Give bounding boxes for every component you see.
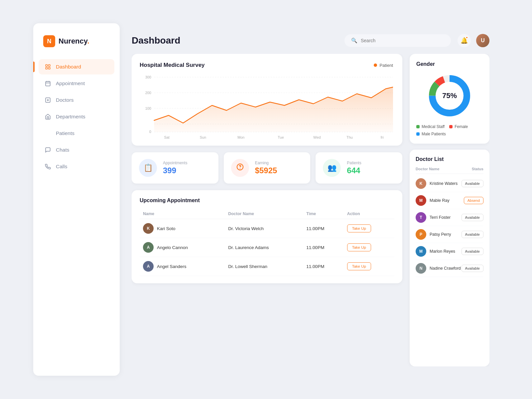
doctor-avatar: P bbox=[416, 229, 426, 240]
donut-percentage: 75% bbox=[442, 91, 457, 100]
legend-label: Female bbox=[455, 124, 468, 129]
gender-legend: Medical Staff Female Male Patients bbox=[416, 124, 483, 136]
doctor-row: K Kristine Waters Available bbox=[416, 175, 483, 192]
doctor-list-card: Doctor List Doctor Name Status K Kristin… bbox=[410, 150, 489, 366]
chart-legend: Patient bbox=[374, 63, 393, 68]
legend-color bbox=[416, 132, 420, 136]
doctor-col-status: Status bbox=[472, 167, 483, 171]
logo-icon: N bbox=[43, 35, 55, 47]
svg-text:100: 100 bbox=[145, 107, 151, 110]
col-time: Time bbox=[303, 209, 343, 219]
patients-value: 644 bbox=[347, 166, 361, 175]
status-badge[interactable]: Absend bbox=[464, 197, 483, 204]
main-content: Dashboard 🔍 🔔 U Hospital Medical S bbox=[120, 23, 499, 376]
doctor-row: N Nadine Crawford Available bbox=[416, 260, 483, 277]
doctor-avatar: M bbox=[416, 246, 426, 257]
table-row: A Angel Sanders Dr. Lowell Sherman 11.00… bbox=[140, 257, 394, 276]
chart-card: Hospital Medical Survey Patient bbox=[132, 54, 402, 146]
patient-avatar: A bbox=[143, 242, 154, 253]
take-up-button[interactable]: Take Up bbox=[347, 262, 371, 270]
appointments-icon-wrap: 📋 bbox=[139, 159, 157, 177]
take-up-button[interactable]: Take Up bbox=[347, 243, 371, 251]
time-cell: 11.00PM bbox=[303, 257, 343, 276]
doctor-row: M Mable Ray Absend bbox=[416, 192, 483, 209]
doctor-info: M Mable Ray bbox=[416, 195, 450, 206]
col-name: Name bbox=[140, 209, 225, 219]
col-doctor: Doctor Name bbox=[225, 209, 303, 219]
doctor-info: N Nadine Crawford bbox=[416, 263, 461, 274]
gender-title: Gender bbox=[416, 61, 483, 67]
svg-text:200: 200 bbox=[145, 91, 151, 95]
legend-color bbox=[449, 125, 453, 128]
sidebar-label-patients: Patients bbox=[56, 130, 74, 136]
status-badge[interactable]: Available bbox=[462, 180, 483, 187]
search-input[interactable] bbox=[361, 38, 427, 43]
notification-bell[interactable]: 🔔 bbox=[458, 34, 471, 47]
svg-text:Sat: Sat bbox=[164, 136, 169, 139]
header-actions: 🔔 U bbox=[458, 34, 489, 47]
sidebar-item-patients[interactable]: Patients bbox=[39, 126, 114, 141]
plus-square-icon bbox=[45, 97, 51, 103]
take-up-button[interactable]: Take Up bbox=[347, 224, 371, 232]
svg-rect-0 bbox=[46, 65, 47, 66]
content-row: Hospital Medical Survey Patient bbox=[132, 54, 489, 366]
table-row: A Angelo Cannon Dr. Laurence Adams 11.00… bbox=[140, 238, 394, 257]
doctor-info: M Marlon Reyes bbox=[416, 246, 455, 257]
time-cell: 11.00PM bbox=[303, 238, 343, 257]
notification-dot bbox=[466, 36, 468, 39]
chart-area: 300 200 100 0 bbox=[140, 74, 393, 140]
appointment-table: Name Doctor Name Time Action K Kari Soto… bbox=[140, 209, 394, 276]
doctor-row: P Patsy Perry Available bbox=[416, 226, 483, 243]
nav-list: Dashboard Appointment Doctors Department… bbox=[33, 59, 120, 174]
status-badge[interactable]: Available bbox=[462, 248, 483, 255]
appointment-table-title: Upcoming Appointment bbox=[140, 198, 394, 203]
col-action: Action bbox=[344, 209, 394, 219]
doctor-name-cell: Dr. Victoria Welch bbox=[225, 219, 303, 238]
svg-text:Tue: Tue bbox=[278, 136, 284, 139]
svg-rect-4 bbox=[46, 81, 50, 86]
doctor-name: Kristine Waters bbox=[430, 181, 458, 186]
sidebar: N Nurency. Dashboard Appointment Doctors… bbox=[33, 23, 120, 376]
svg-text:fri: fri bbox=[381, 136, 384, 139]
appointments-value: 399 bbox=[163, 166, 187, 175]
svg-text:Mon: Mon bbox=[237, 136, 244, 139]
sidebar-item-departments[interactable]: Departments bbox=[39, 109, 114, 124]
doctor-table-header: Doctor Name Status bbox=[416, 166, 483, 174]
doctor-name-cell: Dr. Lowell Sherman bbox=[225, 257, 303, 276]
doctor-avatar: M bbox=[416, 195, 426, 206]
legend-label: Male Patients bbox=[422, 132, 446, 136]
sidebar-item-doctors[interactable]: Doctors bbox=[39, 92, 114, 108]
grid-icon bbox=[45, 64, 51, 70]
chart-legend-label: Patient bbox=[380, 63, 393, 68]
appointments-icon: 📋 bbox=[144, 164, 153, 172]
search-bar[interactable]: 🔍 bbox=[344, 34, 451, 47]
user-avatar[interactable]: U bbox=[476, 34, 489, 47]
doctor-avatar: T bbox=[416, 212, 426, 223]
svg-text:300: 300 bbox=[145, 75, 151, 79]
sidebar-label-departments: Departments bbox=[56, 114, 85, 120]
doctor-name: Marlon Reyes bbox=[430, 249, 455, 254]
sidebar-item-calls[interactable]: Calls bbox=[39, 159, 114, 174]
sidebar-item-dashboard[interactable]: Dashboard bbox=[39, 59, 114, 74]
svg-text:Sun: Sun bbox=[200, 136, 206, 139]
sidebar-item-chats[interactable]: Chats bbox=[39, 142, 114, 158]
upcoming-appointment-card: Upcoming Appointment Name Doctor Name Ti… bbox=[132, 190, 402, 283]
doctor-list-title: Doctor List bbox=[416, 156, 483, 162]
earning-icon-wrap bbox=[231, 159, 249, 177]
patients-label: Patients bbox=[347, 161, 361, 165]
status-badge[interactable]: Available bbox=[462, 265, 483, 272]
status-badge[interactable]: Available bbox=[462, 214, 483, 221]
doctor-name: Mable Ray bbox=[430, 198, 450, 203]
left-column: Hospital Medical Survey Patient bbox=[132, 54, 402, 366]
chat-icon bbox=[45, 147, 51, 153]
svg-rect-2 bbox=[46, 67, 47, 69]
doctor-row: M Marlon Reyes Available bbox=[416, 243, 483, 260]
doctor-list: K Kristine Waters Available M Mable Ray … bbox=[416, 175, 483, 277]
sidebar-label-doctors: Doctors bbox=[56, 97, 73, 103]
doctor-col-name: Doctor Name bbox=[416, 167, 440, 171]
patients-info: Patients 644 bbox=[347, 161, 361, 175]
status-badge[interactable]: Available bbox=[462, 231, 483, 238]
stat-card-earning: Earning $5925 bbox=[224, 152, 311, 184]
earning-label: Earning bbox=[255, 161, 277, 165]
sidebar-item-appointment[interactable]: Appointment bbox=[39, 76, 114, 91]
